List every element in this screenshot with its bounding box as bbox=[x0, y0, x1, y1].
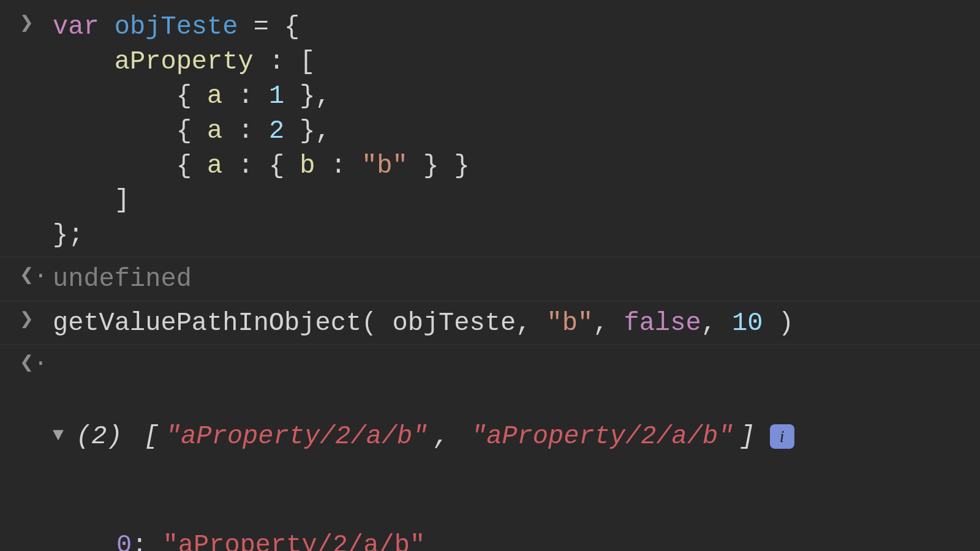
array-item-1-summary: "aProperty/2/a/b" bbox=[471, 419, 733, 454]
value-undefined: undefined bbox=[53, 264, 192, 294]
console-input-code: getValuePathInObject( objTeste, "b", fal… bbox=[53, 305, 968, 341]
spacer bbox=[20, 527, 53, 531]
punct: : [ bbox=[254, 47, 315, 77]
string-b: "b" bbox=[361, 151, 408, 181]
console-output-entry: ❮· ▼ (2) ["aProperty/2/a/b", "aProperty/… bbox=[0, 345, 980, 527]
console-output-entry: ❮· undefined bbox=[0, 257, 980, 301]
number-2: 2 bbox=[269, 116, 284, 146]
chevron-left-icon: ❮· bbox=[20, 352, 48, 375]
array-contents: 0: "aProperty/2/a/b" 1: "aProperty/2/a/b… bbox=[53, 527, 968, 551]
indent: { bbox=[53, 116, 207, 146]
keyword-var: var bbox=[53, 12, 99, 42]
call-expression: getValuePathInObject( objTeste, bbox=[53, 309, 547, 338]
output-gutter: ❮· bbox=[20, 261, 53, 288]
triangle-down-icon[interactable]: ▼ bbox=[53, 423, 64, 448]
array-index-0: 0 bbox=[116, 531, 132, 551]
space bbox=[99, 12, 115, 42]
bracket: [ bbox=[129, 419, 159, 454]
console-input-code: var objTeste = { aProperty : [ { a : 1 }… bbox=[53, 9, 968, 253]
output-gutter: ❮· bbox=[20, 348, 53, 375]
punct: : bbox=[315, 151, 362, 181]
punct: : bbox=[222, 81, 269, 111]
punct: }; bbox=[53, 220, 83, 250]
indent: { bbox=[53, 81, 207, 111]
array-expanded: 0: "aProperty/2/a/b" 1: "aProperty/2/a/b… bbox=[0, 527, 980, 551]
array-item-0-summary: "aProperty/2/a/b" bbox=[165, 419, 428, 454]
chevron-right-icon: ❯ bbox=[20, 12, 34, 36]
console-output-array[interactable]: ▼ (2) ["aProperty/2/a/b", "aProperty/2/a… bbox=[53, 348, 968, 523]
punct: , bbox=[701, 309, 732, 338]
input-gutter: ❯ bbox=[20, 305, 53, 332]
number-10: 10 bbox=[732, 309, 763, 338]
property-b: b bbox=[300, 151, 315, 181]
console-input-entry[interactable]: ❯ getValuePathInObject( objTeste, "b", f… bbox=[0, 301, 980, 345]
input-gutter: ❯ bbox=[20, 9, 53, 36]
colon: : bbox=[132, 531, 162, 551]
info-icon[interactable]: i bbox=[770, 424, 794, 449]
punct: }, bbox=[284, 81, 331, 111]
indent: { bbox=[53, 151, 207, 181]
array-summary[interactable]: ▼ (2) ["aProperty/2/a/b", "aProperty/2/a… bbox=[53, 419, 968, 454]
devtools-console: ❯ var objTeste = { aProperty : [ { a : 1… bbox=[0, 0, 980, 551]
punct: : { bbox=[222, 151, 300, 181]
console-output-value: undefined bbox=[53, 261, 968, 297]
array-length-summary: (2) bbox=[76, 419, 123, 454]
bracket: ] bbox=[739, 419, 755, 454]
chevron-left-icon: ❮· bbox=[20, 264, 48, 288]
string-arg: "b" bbox=[547, 309, 594, 338]
property-aProperty: aProperty bbox=[115, 47, 254, 77]
property-a: a bbox=[207, 151, 222, 181]
punct: = { bbox=[238, 12, 300, 42]
array-item-0-value: "aProperty/2/a/b" bbox=[163, 531, 425, 551]
punct: }, bbox=[284, 116, 331, 146]
punct: } } bbox=[408, 151, 470, 181]
indent bbox=[53, 47, 115, 77]
punct: ) bbox=[763, 309, 793, 338]
identifier-objTeste: objTeste bbox=[115, 12, 238, 42]
property-a: a bbox=[207, 81, 222, 111]
chevron-right-icon: ❯ bbox=[20, 309, 34, 332]
punct: , bbox=[593, 309, 624, 338]
sep: , bbox=[434, 419, 465, 454]
boolean-false: false bbox=[624, 309, 701, 338]
punct: ] bbox=[53, 186, 130, 215]
punct: : bbox=[222, 116, 269, 146]
number-1: 1 bbox=[269, 81, 284, 111]
property-a: a bbox=[207, 116, 222, 146]
console-input-entry[interactable]: ❯ var objTeste = { aProperty : [ { a : 1… bbox=[0, 5, 980, 257]
